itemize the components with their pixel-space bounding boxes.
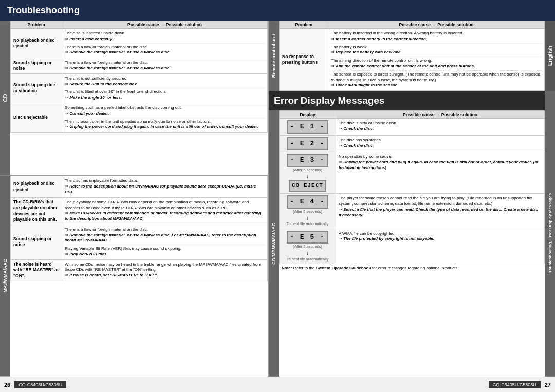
solution-cell: With some CDs, noise may be heard in the… <box>62 259 268 281</box>
lcd-display-cd-eject: CD EJECT <box>289 180 326 192</box>
solution-cell: The battery is inserted in the wrong dir… <box>328 29 545 91</box>
table-row: Sound skipping or noise There is a flaw … <box>11 58 268 74</box>
solution-cell: Something such as a peeled label obstruc… <box>62 103 268 132</box>
problem-cell: Sound skipping due to vibration <box>11 73 62 103</box>
lcd-display-e5: - E 5 - <box>287 231 328 244</box>
page-footer: 26 CQ-C5405U/C5305U CQ-C5405U/C5305U 27 <box>0 377 555 392</box>
display-cell: - E 4 - (After 5 seconds) ↓ To next file… <box>280 194 336 229</box>
solution-cell: The player for some reason cannot read t… <box>336 194 545 229</box>
table-row: Sound skipping due to vibration The unit… <box>11 73 268 103</box>
error-header: Error Display Messages <box>269 91 545 110</box>
lcd-display-e1: - E 1 - <box>287 120 328 134</box>
table-row: - E 5 - (After 5 seconds) ↓ To next file… <box>280 229 545 264</box>
rc-table: Problem Possible cause → Possible soluti… <box>279 21 545 91</box>
lcd-display-e4: - E 4 - <box>287 195 328 209</box>
solution-cell: The disc is dirty or upside down. ⇒ Chec… <box>336 119 545 136</box>
problem-cell: Disc unejectable <box>11 103 62 132</box>
col-problem: Problem <box>11 21 62 29</box>
mp3-table: No playback or disc ejected The disc has… <box>10 176 268 281</box>
solution-cell: The unit is not sufficiently secured. ⇒ … <box>62 73 268 103</box>
rc-label: Remote control unit <box>269 21 279 91</box>
solution-cell: There is a flaw or foreign material on t… <box>62 58 268 74</box>
display-cell: - E 2 - <box>280 135 336 152</box>
error-section: Error Display Messages CD/MP3/WMA/AAC Di… <box>269 91 555 377</box>
col-display: Display <box>280 111 336 119</box>
cd-mp3-label: CD/MP3/WMA/AAC <box>269 110 279 377</box>
solution-cell: The disc is inserted upside down. ⇒ Inse… <box>62 29 268 58</box>
note-text: Note: Refer to the System Upgrade Guideb… <box>279 264 545 272</box>
right-panel: Remote control unit Problem Possible cau… <box>269 21 555 377</box>
table-row: Disc unejectable Something such as a pee… <box>11 103 268 132</box>
error-content: Error Display Messages CD/MP3/WMA/AAC Di… <box>269 91 545 377</box>
col-cause: Possible cause → Possible solution <box>62 21 268 29</box>
solution-cell: The disc has unplayable formatted data. … <box>62 176 268 197</box>
problem-cell: The noise is heard with "RE-MASTER" at "… <box>11 259 62 281</box>
table-row: The noise is heard with "RE-MASTER" at "… <box>11 259 268 281</box>
cd-table: Problem Possible cause → Possible soluti… <box>10 21 268 133</box>
problem-cell: No playback or disc ejected <box>11 29 62 58</box>
table-row: Sound skipping or noise There is a flaw … <box>11 225 268 259</box>
page-number-left: 26 <box>4 382 10 388</box>
solution-cell: The disc has scratches. ⇒ Check the disc… <box>336 135 545 152</box>
page-number-right: 27 <box>545 382 551 388</box>
table-row: - E 2 - The disc has scratches. ⇒ Check … <box>280 135 545 152</box>
mp3-section: MP3/WMA/AAC No playback or disc ejected … <box>0 176 268 377</box>
problem-cell: Sound skipping or noise <box>11 58 62 74</box>
cd-label: CD <box>0 21 10 175</box>
col-cause: Possible cause → Possible solution <box>328 21 545 29</box>
rc-row: Remote control unit Problem Possible cau… <box>269 21 555 91</box>
lcd-display-e3: - E 3 - <box>287 154 328 167</box>
main-body: CD Problem Possible cause → Possible sol… <box>0 21 555 377</box>
error-table-wrap: CD/MP3/WMA/AAC Display Possible cause → … <box>269 110 545 377</box>
display-cell: - E 3 - (After 5 seconds) ↓ CD EJECT <box>280 152 336 194</box>
solution-cell: A WMA file can be copyrighted. ⇒ The fil… <box>336 229 545 264</box>
col-cause: Possible cause → Possible solution <box>336 111 545 119</box>
error-table: Display Possible cause → Possible soluti… <box>279 110 545 264</box>
display-cell: - E 1 - <box>280 119 336 136</box>
cd-section: CD Problem Possible cause → Possible sol… <box>0 21 268 176</box>
rc-table-wrap: Problem Possible cause → Possible soluti… <box>279 21 545 91</box>
problem-cell: Sound skipping or noise <box>11 225 62 259</box>
solution-cell: The playability of some CD-R/RWs may dep… <box>62 197 268 225</box>
right-sidebar: Troubleshooting, Error Display Messages <box>545 91 555 377</box>
page-header: Troubleshooting <box>0 0 555 21</box>
problem-cell: No playback or disc ejected <box>11 176 62 197</box>
troubleshooting-error-label: Troubleshooting, Error Display Messages <box>545 91 555 377</box>
display-cell: - E 5 - (After 5 seconds) ↓ To next file… <box>280 229 336 264</box>
table-row: No playback or disc ejected The disc has… <box>11 176 268 197</box>
cd-table-wrap: Problem Possible cause → Possible soluti… <box>10 21 268 175</box>
mp3-table-wrap: No playback or disc ejected The disc has… <box>10 176 268 377</box>
page-title: Troubleshooting <box>7 5 80 16</box>
model-left: CQ-C5405U/C5305U <box>14 381 66 388</box>
table-row: No response to pressing buttons The batt… <box>280 29 545 91</box>
solution-cell: There is a flaw or foreign material on t… <box>62 225 268 259</box>
problem-cell: No response to pressing buttons <box>280 29 328 91</box>
problem-cell: The CD-R/RWs that are playable on other … <box>11 197 62 225</box>
table-row: - E 1 - The disc is dirty or upside down… <box>280 119 545 136</box>
rc-content: Remote control unit Problem Possible cau… <box>269 21 545 91</box>
left-panel: CD Problem Possible cause → Possible sol… <box>0 21 269 377</box>
solution-cell: No operation by some cause. ⇒ Unplug the… <box>336 152 545 194</box>
table-row: The CD-R/RWs that are playable on other … <box>11 197 268 225</box>
english-label: English <box>545 21 555 91</box>
mp3-label: MP3/WMA/AAC <box>0 176 10 377</box>
table-row: No playback or disc ejected The disc is … <box>11 29 268 58</box>
table-row: - E 3 - (After 5 seconds) ↓ CD EJECT No … <box>280 152 545 194</box>
table-row: - E 4 - (After 5 seconds) ↓ To next file… <box>280 194 545 229</box>
lcd-display-e2: - E 2 - <box>287 137 328 151</box>
col-problem: Problem <box>280 21 328 29</box>
model-right: CQ-C5405U/C5305U <box>489 381 541 388</box>
